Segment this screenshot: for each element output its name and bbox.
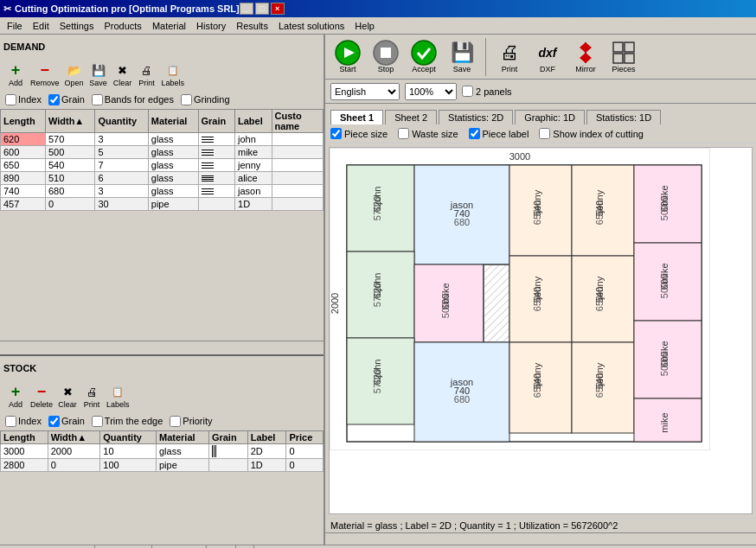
tab-sheet1[interactable]: Sheet 1 [330, 110, 383, 124]
col-width[interactable]: Width▲ [45, 110, 94, 133]
cell-quantity[interactable]: 30 [95, 198, 148, 211]
stock-cell-quantity[interactable]: 10 [100, 444, 157, 459]
cell-width[interactable]: 540 [45, 159, 94, 172]
demand-open-button[interactable]: 📂 Open [62, 61, 86, 88]
stock-cell-length[interactable]: 2800 [1, 459, 48, 472]
cell-custom[interactable] [272, 172, 324, 185]
cell-length[interactable]: 620 [1, 133, 46, 146]
stock-cell-material[interactable]: pipe [157, 459, 209, 472]
tab-graphic-1d[interactable]: Graphic: 1D [515, 110, 585, 124]
stock-index-input[interactable] [5, 416, 16, 427]
cell-label[interactable]: jenny [235, 159, 272, 172]
demand-bands-checkbox[interactable]: Bands for edges [92, 94, 174, 105]
tab-sheet2[interactable]: Sheet 2 [385, 110, 437, 124]
menu-material[interactable]: Material [147, 19, 191, 33]
stock-col-length[interactable]: Length [1, 431, 48, 444]
pieces-button[interactable]: Pieces [606, 39, 641, 75]
cell-custom[interactable] [272, 198, 324, 211]
cell-material[interactable]: glass [148, 185, 198, 198]
col-custom[interactable]: Custoname [272, 110, 324, 133]
accept-button[interactable]: Accept [407, 39, 441, 75]
cell-grain[interactable] [198, 185, 234, 198]
stock-col-material[interactable]: Material [157, 431, 209, 444]
table-row[interactable]: 600 500 5 glass mike [1, 146, 324, 159]
show-index-checkbox[interactable]: Show index of cutting [539, 128, 644, 139]
piece-size-input[interactable] [330, 128, 342, 139]
demand-index-checkbox[interactable]: Index [5, 94, 42, 105]
cell-material[interactable]: glass [148, 172, 198, 185]
demand-hscroll[interactable] [0, 341, 324, 354]
start-button[interactable]: Start [330, 39, 365, 75]
stock-cell-grain[interactable] [208, 459, 247, 472]
cell-label[interactable]: john [235, 133, 272, 146]
demand-clear-button[interactable]: ✖ Clear [111, 61, 135, 88]
stock-cell-quantity[interactable]: 100 [100, 459, 157, 472]
stock-cell-price[interactable]: 0 [286, 459, 324, 472]
cell-quantity[interactable]: 7 [95, 159, 148, 172]
menu-settings[interactable]: Settings [54, 19, 99, 33]
dxf-button[interactable]: dxf DXF [530, 39, 565, 75]
piece-size-checkbox[interactable]: Piece size [330, 128, 388, 139]
cell-quantity[interactable]: 6 [95, 172, 148, 185]
tab-statistics-1d[interactable]: Statistics: 1D [586, 110, 661, 124]
canvas-hscroll[interactable] [325, 532, 756, 545]
demand-index-input[interactable] [5, 94, 16, 105]
table-row[interactable]: 650 540 7 glass jenny [1, 159, 324, 172]
stock-delete-button[interactable]: − Delete [28, 382, 55, 410]
minimize-button[interactable]: _ [240, 3, 253, 15]
menu-history[interactable]: History [191, 19, 231, 33]
stock-priority-checkbox[interactable]: Priority [170, 416, 212, 427]
cell-length[interactable]: 890 [1, 172, 46, 185]
menu-edit[interactable]: Edit [28, 19, 54, 33]
table-row[interactable]: 740 680 3 glass jason [1, 185, 324, 198]
cell-width[interactable]: 570 [45, 133, 94, 146]
demand-add-button[interactable]: + Add [3, 61, 28, 88]
table-row[interactable]: 3000 2000 10 glass 2D [1, 444, 324, 459]
demand-bands-input[interactable] [92, 94, 103, 105]
mirror-button[interactable]: Mirror [568, 39, 603, 75]
cell-length[interactable]: 457 [1, 198, 46, 211]
waste-size-input[interactable] [398, 128, 409, 139]
canvas-area[interactable]: 3000 2000 620 john 570 740 jason 680 [329, 147, 753, 514]
cell-custom[interactable] [272, 133, 324, 146]
stock-cell-length[interactable]: 3000 [1, 444, 48, 459]
cell-grain[interactable] [198, 133, 234, 146]
cell-width[interactable]: 510 [45, 172, 94, 185]
waste-size-checkbox[interactable]: Waste size [398, 128, 458, 139]
cell-grain[interactable] [198, 146, 234, 159]
table-row[interactable]: 890 510 6 glass [1, 172, 324, 185]
stock-index-checkbox[interactable]: Index [5, 416, 42, 427]
menu-file[interactable]: File [2, 19, 28, 33]
panels-checkbox[interactable]: 2 panels [462, 86, 512, 97]
close-button[interactable]: × [271, 3, 285, 15]
table-row[interactable]: 620 570 3 glass john [1, 133, 324, 146]
cell-quantity[interactable]: 3 [95, 185, 148, 198]
stock-cell-label[interactable]: 2D [247, 444, 286, 459]
cell-width[interactable]: 680 [45, 185, 94, 198]
menu-results[interactable]: Results [231, 19, 273, 33]
cell-grain[interactable] [198, 198, 234, 211]
demand-remove-button[interactable]: − Remove [28, 61, 62, 88]
cell-grain[interactable] [198, 172, 234, 185]
col-material[interactable]: Material [148, 110, 198, 133]
demand-labels-button[interactable]: 📋 Labels [159, 61, 188, 88]
cell-grain[interactable] [198, 159, 234, 172]
maximize-button[interactable]: □ [255, 3, 269, 15]
stop-button[interactable]: Stop [368, 39, 403, 75]
print-right-button[interactable]: 🖨 Print [492, 39, 527, 75]
stock-cell-material[interactable]: glass [157, 444, 209, 459]
cell-material[interactable]: glass [148, 159, 198, 172]
stock-col-price[interactable]: Price [286, 431, 324, 444]
cell-label[interactable]: jason [235, 185, 272, 198]
zoom-select[interactable]: 100% [405, 83, 457, 100]
show-index-input[interactable] [539, 128, 550, 139]
stock-clear-button[interactable]: ✖ Clear [55, 382, 80, 410]
stock-cell-price[interactable]: 0 [286, 444, 324, 459]
language-select[interactable]: English [330, 83, 400, 100]
cell-length[interactable]: 740 [1, 185, 46, 198]
stock-col-grain[interactable]: Grain [208, 431, 247, 444]
demand-save-button[interactable]: 💾 Save [86, 61, 111, 88]
menu-latest-solutions[interactable]: Latest solutions [273, 19, 349, 33]
stock-cell-width[interactable]: 0 [48, 459, 100, 472]
col-grain[interactable]: Grain [198, 110, 234, 133]
